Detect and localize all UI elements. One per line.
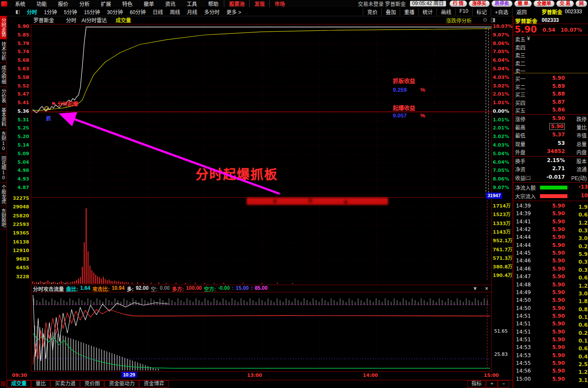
toolbar-button[interactable]: 叠加 — [381, 8, 400, 15]
bottom-tab[interactable]: 量比 — [31, 380, 50, 388]
grab-return-value: 9.259 — [393, 87, 407, 93]
price-axis-label: 4.93 — [9, 176, 29, 182]
tick-row: 14:475.900.6万 — [513, 273, 588, 281]
hot-menu-item[interactable]: 股票池 — [224, 0, 249, 7]
indicator-button[interactable]: 指标 — [467, 380, 485, 388]
window-icon[interactable]: ◧ — [15, 9, 20, 15]
period-tab[interactable]: 60分钟 — [127, 8, 149, 15]
trade-button[interactable]: 跌停卖 — [492, 0, 513, 7]
toolbar-button[interactable]: F10 — [455, 8, 472, 15]
trade-button[interactable]: 撤 单 — [514, 0, 532, 7]
sidebar-item[interactable]: 东财股吧 — [0, 206, 6, 230]
limit-analysis-label[interactable]: 涨跌停分析 — [446, 17, 472, 24]
tick-time: 14:39 — [516, 203, 531, 209]
chart-volume-label[interactable]: 成交量 — [115, 16, 131, 24]
toolbar-button[interactable]: 标记 — [472, 8, 491, 15]
menubar-item[interactable]: 撤单 — [138, 0, 160, 7]
sidebar-item[interactable]: 东财10 — [0, 129, 6, 153]
trade-button[interactable]: 涨停买 — [469, 0, 490, 7]
expand-icon[interactable]: ⊙ — [483, 17, 487, 23]
menubar-item[interactable]: 分析 — [74, 0, 95, 7]
menubar-item[interactable]: 系统 — [9, 0, 31, 7]
period-tab[interactable]: 更多 > — [223, 8, 244, 15]
bottom-tab[interactable]: 成交量 — [7, 380, 31, 388]
flow-header-value: 100.00 — [186, 285, 202, 292]
trade-button[interactable]: 交 易 — [556, 0, 574, 7]
toolbar-button[interactable]: 统计 — [418, 8, 437, 15]
app-logo-icon[interactable] — [1, 1, 7, 6]
price-axis-label: 5.14 — [9, 142, 29, 148]
tick-time: 14:53 — [516, 344, 531, 350]
toolbar-button[interactable]: +自选 — [491, 8, 512, 15]
toolbar-button[interactable]: 重播 — [400, 8, 418, 15]
zoom-in-button[interactable]: + — [486, 380, 498, 388]
period-tab[interactable]: 月线 — [184, 8, 201, 15]
menubar-item[interactable]: 帮助 — [202, 0, 224, 7]
period-tab[interactable]: 1分钟 — [40, 8, 60, 15]
tick-row: 14:445.903.0万 — [513, 234, 588, 241]
ask-row: 卖四 — [513, 43, 588, 51]
toolbar-button[interactable]: 返回 — [512, 8, 531, 15]
menubar-item[interactable]: 工具 — [181, 0, 202, 7]
flow-header-value: : — [251, 285, 253, 292]
price-axis-label: 5.36 — [9, 108, 29, 114]
tick-time: 14:50 — [516, 305, 531, 311]
bid-price: 5.86 — [513, 107, 565, 113]
tick-row: 14:515.900.6万 — [513, 320, 588, 328]
period-tab[interactable]: 15分钟 — [81, 8, 103, 15]
tick-row: 14:505.901.8万 — [513, 297, 588, 304]
close-icon[interactable]: × — [485, 286, 488, 292]
login-status: 交易未登录 罗普斯金 — [358, 0, 405, 7]
hot-menu-item[interactable]: 发现 — [249, 0, 269, 7]
price-axis-label: 5.58 — [9, 75, 29, 80]
chart-indicator-label[interactable]: AI分时雷达 — [81, 16, 107, 24]
left-sidebar: 分时走势技术分析成交明细分价表基本资料东财10同花顺10个股龙虎东财股吧 — [0, 16, 7, 388]
tick-volume: 0.6万 — [579, 344, 588, 352]
stat-value-text: 53 — [558, 140, 565, 146]
menubar-item[interactable]: 功能 — [31, 0, 52, 7]
bottom-tab[interactable]: 资金博弈 — [139, 380, 169, 388]
period-tab[interactable]: 5分钟 — [60, 8, 81, 15]
trade-button[interactable]: 全撤单 — [534, 0, 555, 7]
bottom-tab[interactable]: 竞价图 — [80, 380, 104, 388]
price-axis-label: 5.09 — [9, 151, 29, 156]
tick-price: 5.90 — [539, 211, 565, 217]
trade-button[interactable]: 网 — [576, 0, 587, 7]
volume-chart[interactable] — [31, 197, 492, 285]
sidebar-item[interactable]: 个股龙虎 — [0, 183, 6, 206]
menubar-item[interactable]: 扩展 — [95, 0, 117, 7]
period-tab[interactable]: 周线 — [166, 8, 184, 15]
sidebar-item[interactable]: 同花顺10 — [0, 153, 6, 183]
flow-indicator-chart[interactable] — [31, 292, 492, 372]
menubar-item[interactable]: 报价 — [52, 0, 74, 7]
tick-time: 14:51 — [516, 337, 531, 343]
collapse-icon[interactable]: ▼ — [473, 286, 478, 292]
pct-axis-label: 2.01% — [493, 91, 513, 97]
sidebar-item[interactable]: 分价表 — [0, 87, 6, 105]
panel-toggle-icon[interactable]: ◨ — [491, 17, 495, 23]
period-tab[interactable]: 分时 — [23, 8, 40, 15]
sidebar-item[interactable]: 成交明细 — [0, 63, 6, 87]
menubar-item[interactable]: 特色 — [117, 0, 138, 7]
zoom-out-button[interactable]: − — [498, 380, 509, 388]
period-tab[interactable]: 30分钟 — [103, 8, 126, 15]
hot-menu-item[interactable]: 市场 — [269, 0, 289, 7]
tick-row: 15:005.903.1万 — [513, 376, 588, 383]
tick-time: 14:51 — [516, 321, 531, 327]
tick-volume: 3.0万 — [579, 289, 588, 297]
trade-button[interactable]: 行 情 — [449, 0, 467, 7]
sidebar-item[interactable]: 技术分析 — [0, 39, 6, 63]
bottom-tab[interactable]: 资金驱动力 — [105, 380, 139, 388]
sidebar-item[interactable]: 分时走势 — [0, 16, 6, 39]
menubar-item[interactable]: 资讯 — [160, 0, 181, 7]
toolbar-button[interactable]: 画线 — [437, 8, 455, 15]
price-axis-label: 5.25 — [9, 125, 29, 131]
volume-axis-label: 190.4万 — [493, 271, 514, 278]
menu-bar: 系统功能报价分析扩展特色撤单资讯工具帮助 股票池发现市场 交易未登录 罗普斯金 … — [0, 0, 588, 7]
period-tab[interactable]: 多分时 — [201, 8, 223, 15]
period-tab[interactable]: 日线 — [149, 8, 166, 15]
toolbar-button[interactable]: 竞价 — [363, 8, 381, 15]
bottom-tab[interactable]: 买卖力道 — [51, 380, 80, 388]
sidebar-item[interactable]: 基本资料 — [0, 105, 6, 129]
flow-level-label: 51.65 — [492, 328, 510, 334]
